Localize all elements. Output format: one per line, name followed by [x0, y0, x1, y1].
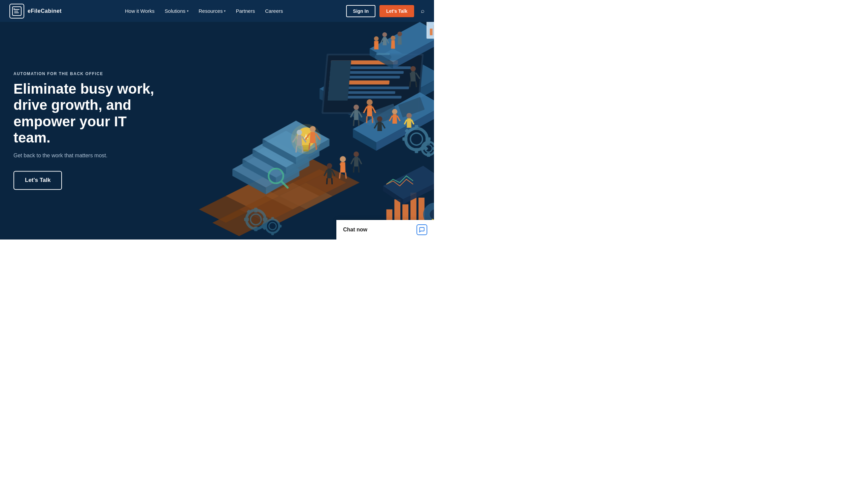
svg-rect-69 — [278, 225, 281, 228]
svg-rect-110 — [427, 140, 430, 144]
letstalk-hero-button[interactable]: Let's Talk — [13, 171, 62, 190]
svg-rect-112 — [420, 147, 424, 150]
svg-point-86 — [310, 126, 316, 132]
svg-point-85 — [297, 130, 302, 135]
svg-point-88 — [367, 99, 373, 106]
hero-content: AUTOMATION FOR THE BACK OFFICE Eliminate… — [13, 71, 158, 190]
svg-rect-59 — [254, 227, 257, 231]
chat-bubble-icon[interactable] — [416, 224, 427, 235]
svg-point-89 — [353, 104, 359, 110]
svg-point-90 — [327, 163, 332, 169]
svg-rect-102 — [415, 125, 418, 130]
svg-point-92 — [353, 152, 359, 157]
svg-point-94 — [382, 32, 387, 37]
hero-illustration — [158, 22, 434, 239]
svg-rect-61 — [263, 218, 268, 221]
svg-point-98 — [392, 109, 397, 114]
svg-rect-75 — [303, 150, 309, 152]
hero-eyebrow: AUTOMATION FOR THE BACK OFFICE — [13, 71, 158, 76]
svg-rect-103 — [415, 148, 418, 153]
svg-rect-111 — [427, 153, 430, 157]
chat-label: Chat now — [343, 227, 367, 233]
svg-point-97 — [377, 116, 382, 122]
hero-headline: Eliminate busy work, drive growth, and e… — [13, 81, 158, 146]
svg-rect-68 — [264, 225, 267, 228]
nav-resources[interactable]: Resources ▾ — [199, 8, 226, 14]
svg-rect-74 — [303, 148, 309, 150]
chat-widget[interactable]: Chat now — [336, 220, 434, 239]
nav-partners[interactable]: Partners — [236, 8, 255, 14]
svg-point-96 — [397, 32, 402, 36]
svg-point-99 — [406, 113, 412, 118]
letstalk-nav-button[interactable]: Let's Talk — [379, 5, 414, 17]
svg-rect-66 — [271, 217, 274, 220]
signin-button[interactable]: Sign In — [346, 5, 375, 17]
brand-name: eFileCabinet — [28, 8, 62, 14]
svg-point-95 — [391, 36, 395, 40]
isometric-svg — [158, 22, 434, 239]
hero-subtext: Get back to the work that matters most. — [13, 153, 158, 159]
svg-point-87 — [410, 66, 416, 71]
hero-section: AUTOMATION FOR THE BACK OFFICE Eliminate… — [0, 22, 434, 239]
nav-actions: Sign In Let's Talk ⌕ — [346, 5, 425, 17]
nav-solutions[interactable]: Solutions ▾ — [165, 8, 189, 14]
svg-point-91 — [340, 156, 346, 162]
svg-rect-67 — [271, 232, 274, 235]
svg-point-93 — [374, 36, 379, 41]
logo-area[interactable]: eFileCabinet — [9, 4, 62, 19]
navbar: eFileCabinet How it Works Solutions ▾ Re… — [0, 0, 434, 22]
svg-rect-60 — [244, 218, 249, 221]
nav-how-it-works[interactable]: How it Works — [125, 8, 155, 14]
resources-chevron-icon: ▾ — [224, 9, 225, 13]
svg-rect-50 — [376, 53, 390, 55]
nav-links: How it Works Solutions ▾ Resources ▾ Par… — [125, 8, 283, 14]
svg-rect-113 — [433, 147, 434, 150]
svg-rect-58 — [254, 208, 257, 213]
svg-rect-39 — [328, 60, 351, 100]
logo-icon — [9, 4, 24, 19]
solutions-chevron-icon: ▾ — [187, 9, 189, 13]
svg-rect-45 — [430, 29, 433, 35]
svg-rect-104 — [402, 138, 407, 141]
nav-careers[interactable]: Careers — [265, 8, 283, 14]
search-icon[interactable]: ⌕ — [421, 7, 425, 14]
